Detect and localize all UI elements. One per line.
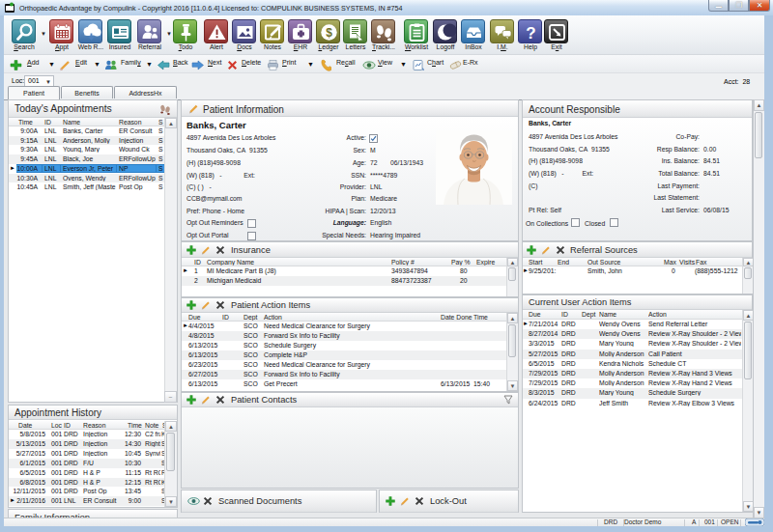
svg-text:$: $	[326, 26, 332, 40]
svg-text:?: ?	[526, 24, 535, 42]
